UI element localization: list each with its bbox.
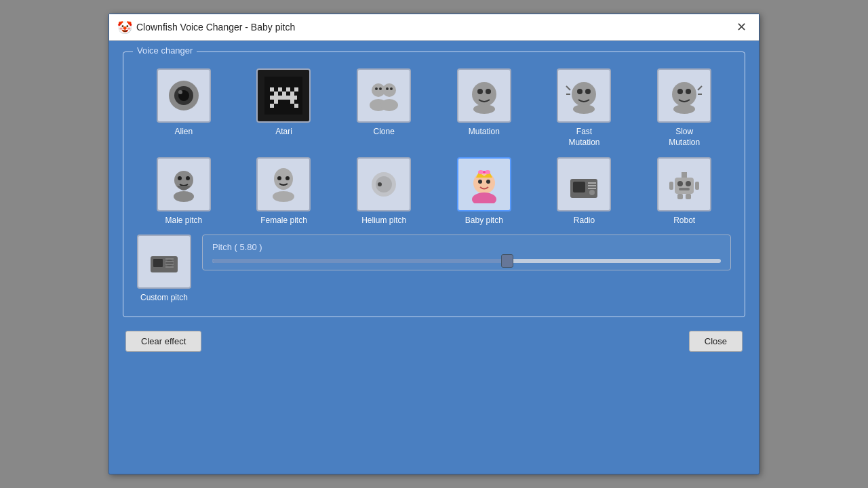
window-body: Voice changer Alien <box>109 41 759 365</box>
svg-point-48 <box>273 191 294 202</box>
svg-point-46 <box>277 176 281 180</box>
svg-rect-13 <box>274 100 278 104</box>
voice-item-alien[interactable]: Alien <box>137 68 231 148</box>
svg-rect-73 <box>677 194 683 199</box>
svg-point-30 <box>577 89 583 94</box>
svg-rect-12 <box>270 96 297 100</box>
svg-point-57 <box>478 170 484 174</box>
svg-rect-72 <box>695 182 699 190</box>
helium-pitch-label: Helium pitch <box>361 216 406 226</box>
svg-rect-5 <box>270 87 274 92</box>
svg-point-20 <box>380 99 398 111</box>
svg-point-27 <box>486 89 491 94</box>
svg-rect-71 <box>669 182 673 190</box>
main-window: 🤡 Clownfish Voice Changer - Baby pitch ✕… <box>108 14 760 474</box>
svg-line-33 <box>566 86 570 90</box>
slow-mutation-icon <box>657 68 711 123</box>
voice-item-robot[interactable]: Robot <box>637 157 731 226</box>
custom-pitch-label: Custom pitch <box>140 293 188 304</box>
svg-rect-70 <box>682 172 687 178</box>
svg-point-58 <box>485 170 490 174</box>
svg-point-35 <box>672 82 696 106</box>
robot-label: Robot <box>673 216 695 226</box>
fast-mutation-icon <box>557 68 611 123</box>
female-pitch-label: Female pitch <box>260 216 307 226</box>
pitch-slider-area: Pitch ( 5.80 ) <box>202 235 731 270</box>
svg-rect-10 <box>282 92 286 96</box>
pitch-slider-thumb[interactable] <box>501 254 513 268</box>
svg-line-39 <box>698 86 702 90</box>
svg-point-55 <box>486 180 490 184</box>
clone-label: Clone <box>373 127 394 138</box>
custom-pitch-icon <box>137 235 191 289</box>
svg-point-65 <box>589 190 595 195</box>
svg-rect-15 <box>270 104 274 108</box>
pitch-slider-track[interactable] <box>212 259 721 263</box>
baby-pitch-icon <box>457 157 511 211</box>
svg-rect-61 <box>573 182 585 192</box>
svg-rect-66 <box>675 178 694 194</box>
clone-icon <box>357 68 411 123</box>
atari-icon <box>256 68 311 123</box>
mutation-icon <box>457 68 511 123</box>
voice-grid-row1: Alien <box>137 68 731 148</box>
alien-icon <box>157 68 211 123</box>
female-pitch-icon <box>256 157 311 211</box>
svg-point-67 <box>677 181 683 186</box>
male-pitch-icon <box>157 157 211 211</box>
voice-item-baby-pitch[interactable]: Baby pitch <box>437 157 531 226</box>
close-button[interactable]: Close <box>689 331 743 352</box>
svg-point-28 <box>473 104 495 114</box>
svg-point-23 <box>386 87 389 90</box>
male-pitch-label: Male pitch <box>165 216 202 226</box>
svg-point-77 <box>166 260 173 266</box>
voice-item-clone[interactable]: Clone <box>337 68 431 148</box>
svg-rect-7 <box>286 87 290 92</box>
svg-rect-9 <box>274 92 278 96</box>
svg-point-21 <box>375 87 378 90</box>
helium-pitch-icon <box>357 157 411 211</box>
voice-item-atari[interactable]: Atari <box>237 68 331 148</box>
voice-item-female-pitch[interactable]: Female pitch <box>237 157 331 226</box>
voice-changer-group: Voice changer Alien <box>123 52 745 317</box>
voice-item-radio[interactable]: Radio <box>538 157 631 226</box>
svg-rect-16 <box>294 104 298 108</box>
svg-point-43 <box>186 176 190 180</box>
svg-point-47 <box>285 176 290 180</box>
svg-point-54 <box>478 180 482 184</box>
svg-point-32 <box>573 104 595 114</box>
svg-point-18 <box>382 83 396 97</box>
radio-label: Radio <box>574 216 595 226</box>
svg-point-36 <box>677 89 683 94</box>
bottom-controls-row: Custom pitch Pitch ( 5.80 ) <box>137 235 731 304</box>
mutation-label: Mutation <box>469 127 500 138</box>
clear-effect-button[interactable]: Clear effect <box>125 331 201 352</box>
pitch-slider-fill <box>212 259 507 263</box>
svg-point-44 <box>174 191 194 202</box>
title-bar: 🤡 Clownfish Voice Changer - Baby pitch ✕ <box>109 14 759 41</box>
robot-icon <box>657 157 711 211</box>
voice-item-fast-mutation[interactable]: FastMutation <box>538 68 631 148</box>
voice-item-helium-pitch[interactable]: Helium pitch <box>337 157 431 226</box>
svg-point-52 <box>473 172 495 194</box>
svg-point-59 <box>483 171 486 174</box>
voice-item-slow-mutation[interactable]: SlowMutation <box>637 68 731 148</box>
svg-point-24 <box>390 87 393 90</box>
svg-point-22 <box>379 87 382 90</box>
title-bar-left: 🤡 Clownfish Voice Changer - Baby pitch <box>117 20 295 34</box>
voice-item-mutation[interactable]: Mutation <box>437 68 531 148</box>
footer-row: Clear effect Close <box>123 331 745 352</box>
group-label: Voice changer <box>133 45 197 56</box>
window-close-button[interactable]: ✕ <box>732 20 751 35</box>
pitch-label: Pitch ( 5.80 ) <box>212 242 721 252</box>
svg-point-25 <box>472 82 496 106</box>
svg-rect-69 <box>679 188 690 190</box>
voice-item-custom-pitch[interactable]: Custom pitch <box>137 235 191 304</box>
svg-point-56 <box>472 192 496 203</box>
svg-point-37 <box>686 89 691 94</box>
svg-point-29 <box>572 82 596 106</box>
voice-item-male-pitch[interactable]: Male pitch <box>137 157 231 226</box>
svg-rect-11 <box>290 92 294 96</box>
svg-point-45 <box>274 168 293 190</box>
svg-point-38 <box>673 104 695 114</box>
